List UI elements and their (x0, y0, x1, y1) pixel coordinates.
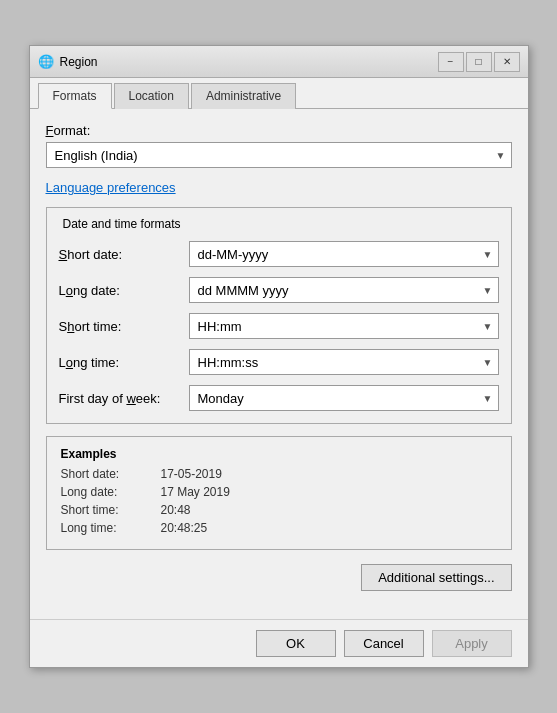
format-section: Format: English (India) English (United … (46, 123, 512, 168)
example-long-time-row: Long time: 20:48:25 (61, 521, 497, 535)
first-day-underline: w (126, 391, 135, 406)
examples-box: Examples Short date: 17-05-2019 Long dat… (46, 436, 512, 550)
example-short-time-value: 20:48 (161, 503, 191, 517)
long-time-field: HH:mm:ss h:mm:ss tt ▼ (189, 349, 499, 375)
example-long-time-label: Long time: (61, 521, 161, 535)
datetime-group: Date and time formats Short date: dd-MM-… (46, 207, 512, 424)
long-time-label: Long time: (59, 355, 189, 370)
additional-btn-row: Additional settings... (46, 564, 512, 591)
long-date-row: Long date: dd MMMM yyyy dddd, MMMM d, yy… (59, 277, 499, 303)
example-long-date-value: 17 May 2019 (161, 485, 230, 499)
content-area: Format: English (India) English (United … (30, 109, 528, 619)
long-time-dropdown[interactable]: HH:mm:ss h:mm:ss tt (189, 349, 499, 375)
example-short-date-row: Short date: 17-05-2019 (61, 467, 497, 481)
first-day-row: First day of week: Monday Sunday ▼ (59, 385, 499, 411)
additional-settings-button[interactable]: Additional settings... (361, 564, 511, 591)
short-date-dropdown[interactable]: dd-MM-yyyy M/d/yyyy dd/MM/yyyy (189, 241, 499, 267)
window-title: Region (60, 55, 98, 69)
short-time-dropdown[interactable]: HH:mm h:mm tt (189, 313, 499, 339)
short-time-dropdown-container: HH:mm h:mm tt ▼ (189, 313, 499, 339)
format-label: Format: (46, 123, 512, 138)
title-bar-controls: − □ ✕ (438, 52, 520, 72)
title-bar-left: 🌐 Region (38, 54, 98, 70)
long-time-row: Long time: HH:mm:ss h:mm:ss tt ▼ (59, 349, 499, 375)
language-preferences-link[interactable]: Language preferences (46, 180, 512, 195)
tab-formats[interactable]: Formats (38, 83, 112, 109)
tab-administrative[interactable]: Administrative (191, 83, 296, 109)
short-time-field: HH:mm h:mm tt ▼ (189, 313, 499, 339)
region-window: 🌐 Region − □ ✕ Formats Location Administ… (29, 45, 529, 668)
first-day-field: Monday Sunday ▼ (189, 385, 499, 411)
short-date-label: Short date: (59, 247, 189, 262)
short-date-row: Short date: dd-MM-yyyy M/d/yyyy dd/MM/yy… (59, 241, 499, 267)
first-day-dropdown-container: Monday Sunday ▼ (189, 385, 499, 411)
example-short-time-label: Short time: (61, 503, 161, 517)
first-day-dropdown[interactable]: Monday Sunday (189, 385, 499, 411)
long-time-underline: o (66, 355, 73, 370)
window-icon: 🌐 (38, 54, 54, 70)
cancel-button[interactable]: Cancel (344, 630, 424, 657)
format-dropdown-container: English (India) English (United States) … (46, 142, 512, 168)
short-date-dropdown-container: dd-MM-yyyy M/d/yyyy dd/MM/yyyy ▼ (189, 241, 499, 267)
tab-bar: Formats Location Administrative (30, 78, 528, 109)
ok-button[interactable]: OK (256, 630, 336, 657)
first-day-label: First day of week: (59, 391, 189, 406)
short-date-field: dd-MM-yyyy M/d/yyyy dd/MM/yyyy ▼ (189, 241, 499, 267)
long-date-dropdown-container: dd MMMM yyyy dddd, MMMM d, yyyy ▼ (189, 277, 499, 303)
example-long-time-value: 20:48:25 (161, 521, 208, 535)
long-date-field: dd MMMM yyyy dddd, MMMM d, yyyy ▼ (189, 277, 499, 303)
example-long-date-row: Long date: 17 May 2019 (61, 485, 497, 499)
format-dropdown[interactable]: English (India) English (United States) … (46, 142, 512, 168)
long-date-dropdown[interactable]: dd MMMM yyyy dddd, MMMM d, yyyy (189, 277, 499, 303)
datetime-group-title: Date and time formats (59, 217, 185, 231)
short-time-row: Short time: HH:mm h:mm tt ▼ (59, 313, 499, 339)
short-date-underline: S (59, 247, 68, 262)
examples-title: Examples (61, 447, 497, 461)
apply-button[interactable]: Apply (432, 630, 512, 657)
long-time-dropdown-container: HH:mm:ss h:mm:ss tt ▼ (189, 349, 499, 375)
example-short-date-value: 17-05-2019 (161, 467, 222, 481)
bottom-bar: OK Cancel Apply (30, 619, 528, 667)
maximize-button[interactable]: □ (466, 52, 492, 72)
close-button[interactable]: ✕ (494, 52, 520, 72)
long-date-label: Long date: (59, 283, 189, 298)
example-short-time-row: Short time: 20:48 (61, 503, 497, 517)
minimize-button[interactable]: − (438, 52, 464, 72)
title-bar: 🌐 Region − □ ✕ (30, 46, 528, 78)
long-date-underline: o (66, 283, 73, 298)
example-long-date-label: Long date: (61, 485, 161, 499)
short-time-label: Short time: (59, 319, 189, 334)
tab-location[interactable]: Location (114, 83, 189, 109)
example-short-date-label: Short date: (61, 467, 161, 481)
